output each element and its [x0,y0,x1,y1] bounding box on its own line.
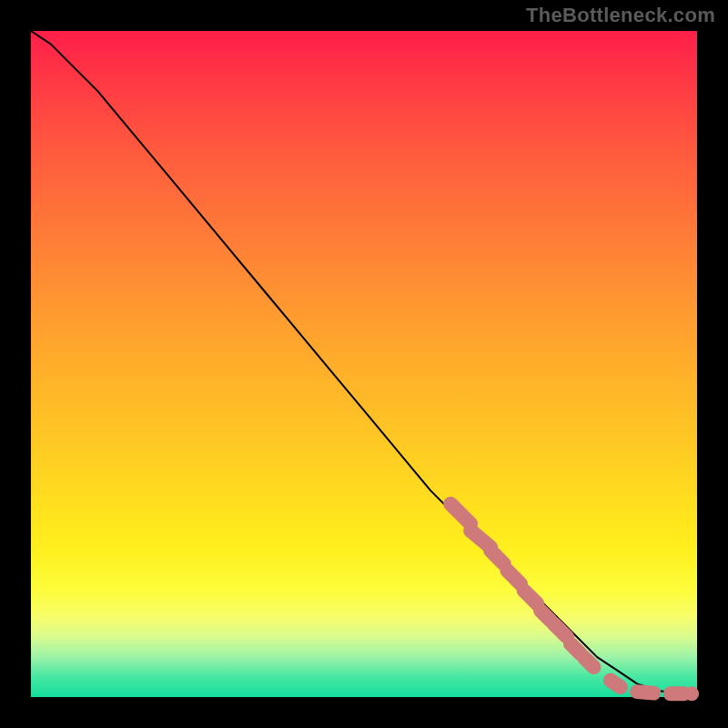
marker-segment [611,681,621,687]
plot-overlay [31,31,697,697]
watermark-text: TheBottleneck.com [526,4,715,27]
plot-area [31,31,697,697]
data-markers [450,504,699,702]
marker-segment [554,623,568,637]
marker-segment [584,657,594,667]
marker-segment [450,504,470,524]
bottleneck-curve [31,31,697,693]
chart-frame: TheBottleneck.com [0,0,728,728]
marker-segment [490,551,504,564]
marker-point [684,686,699,701]
marker-segment [524,591,538,604]
marker-segment [507,571,521,584]
marker-segment [637,692,653,693]
